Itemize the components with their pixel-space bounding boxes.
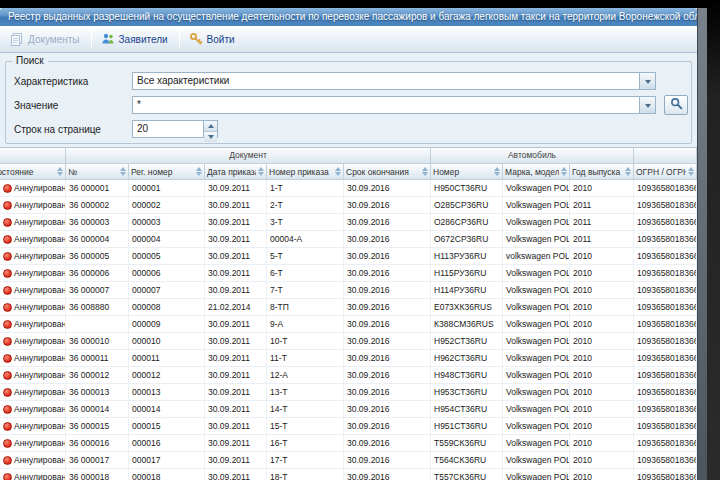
table-row[interactable]: Аннулировано36 00000500000530.09.20115-Т…	[0, 248, 697, 265]
table-cell: 13-Т	[267, 384, 344, 400]
column-header-label: Год выпуска	[572, 167, 623, 177]
rows-per-page-input[interactable]: 20	[132, 120, 218, 138]
table-cell: Volkswagen POLO	[503, 316, 570, 332]
table-cell: 000011	[129, 350, 205, 366]
table-row[interactable]: Аннулировано36 00001500001530.09.201115-…	[0, 418, 697, 435]
table-cell: К388СМ36RUS	[431, 316, 503, 332]
table-cell: 5-Т	[267, 248, 344, 264]
table-row[interactable]: Аннулировано36 00000400000430.09.2011000…	[0, 231, 697, 248]
sort-icon[interactable]	[421, 167, 428, 176]
column-header[interactable]: Состояние	[0, 164, 66, 180]
sort-icon[interactable]	[257, 167, 264, 176]
table-row[interactable]: Аннулировано36 00000100000130.09.20111-Т…	[0, 180, 697, 197]
rows-per-page-label: Строк на странице	[12, 124, 132, 135]
column-header-label: Марка, модель	[505, 167, 559, 177]
column-header[interactable]: Номер	[431, 164, 503, 180]
login-button-label: Войти	[207, 34, 235, 45]
status-cell: Аннулировано	[0, 367, 66, 383]
table-row[interactable]: Аннулировано36 00001000001030.09.201110-…	[0, 333, 697, 350]
table-cell: Т559СК36RU	[431, 435, 503, 451]
table-row[interactable]: Аннулировано36 00001800001830.09.201118-…	[0, 469, 697, 480]
status-cell: Аннулировано	[0, 350, 66, 366]
table-cell: 7-Т	[267, 282, 344, 298]
search-button[interactable]	[664, 95, 688, 115]
table-cell: 30.09.2016	[344, 350, 431, 366]
sort-icon[interactable]	[560, 167, 567, 176]
table-cell: О286СР36RU	[431, 214, 503, 230]
sort-icon[interactable]	[334, 167, 341, 176]
column-header[interactable]: Дата приказа	[205, 164, 267, 180]
table-row[interactable]: Аннулировано36 00888000000821.02.20148-Т…	[0, 299, 697, 316]
table-cell: 000001	[129, 180, 205, 196]
sort-icon[interactable]	[195, 167, 202, 176]
status-text: Аннулировано	[14, 353, 66, 363]
sort-icon[interactable]	[119, 167, 126, 176]
login-button[interactable]: Войти	[183, 28, 243, 50]
table-cell: Т557СК36RU	[431, 469, 503, 480]
table-cell: Volkswagen POLO	[503, 333, 570, 349]
table-cell: Volkswagen POLO	[503, 401, 570, 417]
table-cell: 30.09.2016	[344, 418, 431, 434]
table-row[interactable]: Аннулировано00000930.09.20119-А30.09.201…	[0, 316, 697, 333]
table-cell: 30.09.2016	[344, 282, 431, 298]
table-cell: 30.09.2011	[205, 180, 267, 196]
chevron-down-icon[interactable]	[639, 97, 655, 113]
table-row[interactable]: Аннулировано36 00001400001430.09.201114-…	[0, 401, 697, 418]
table-body: Аннулировано36 00000100000130.09.20111-Т…	[0, 180, 697, 480]
toolbar: Документы Заявители Войти	[0, 26, 697, 53]
table-row[interactable]: Аннулировано36 00000600000630.09.20116-Т…	[0, 265, 697, 282]
spinner-up-icon[interactable]	[204, 121, 217, 131]
table-row[interactable]: Аннулировано36 00001700001730.09.201117-…	[0, 452, 697, 469]
column-header[interactable]: Рег. номер	[129, 164, 205, 180]
table-row[interactable]: Аннулировано36 00000300000330.09.20113-Т…	[0, 214, 697, 231]
table-cell: 2011	[570, 214, 634, 230]
status-text: Аннулировано	[14, 234, 66, 244]
sort-icon[interactable]	[493, 167, 500, 176]
table-row[interactable]: Аннулировано36 00000200000230.09.20112-Т…	[0, 197, 697, 214]
search-panel: Поиск Характеристика Все характеристики …	[0, 53, 697, 147]
sort-icon[interactable]	[687, 167, 694, 176]
documents-button[interactable]: Документы	[4, 28, 88, 50]
column-header[interactable]: №	[66, 164, 129, 180]
annulled-status-icon	[3, 354, 12, 363]
table-cell: Н113РУ36RU	[431, 248, 503, 264]
characteristic-select[interactable]: Все характеристики	[132, 72, 656, 90]
table-row[interactable]: Аннулировано36 00001200001230.09.201112-…	[0, 367, 697, 384]
column-header[interactable]: Марка, модель	[503, 164, 570, 180]
status-text: Аннулировано	[14, 319, 66, 329]
column-header[interactable]: ОГРН / ОГРНИП	[634, 164, 697, 180]
annulled-status-icon	[3, 235, 12, 244]
table-row[interactable]: Аннулировано36 00001300001330.09.201113-…	[0, 384, 697, 401]
table-cell: Volkswagen POLO	[503, 282, 570, 298]
table-cell: 30.09.2016	[344, 180, 431, 196]
column-header[interactable]: Срок окончания	[344, 164, 431, 180]
app-window: Реестр выданных разрешений на осуществле…	[0, 8, 698, 480]
sort-icon[interactable]	[624, 167, 631, 176]
table-cell: 000008	[129, 299, 205, 315]
column-header[interactable]: Год выпуска	[570, 164, 634, 180]
table-cell: Volkswagen POLO	[503, 469, 570, 480]
table-cell: 30.09.2016	[344, 452, 431, 468]
table-cell: 36 000011	[66, 350, 129, 366]
table-cell: 30.09.2011	[205, 214, 267, 230]
table-row[interactable]: Аннулировано36 00001100001130.09.201111-…	[0, 350, 697, 367]
table-cell: 1093658018366	[634, 197, 697, 213]
table-cell: 14-Т	[267, 401, 344, 417]
table-cell: 30.09.2011	[205, 418, 267, 434]
table-cell: Volkswagen POLO	[503, 231, 570, 247]
value-select[interactable]: *	[132, 96, 656, 114]
table-cell: 1093658018366	[634, 452, 697, 468]
table-row[interactable]: Аннулировано36 00001600001630.09.201116-…	[0, 435, 697, 452]
table-cell: 30.09.2011	[205, 401, 267, 417]
column-header-label: Дата приказа	[207, 167, 256, 177]
applicants-button[interactable]: Заявители	[95, 28, 176, 50]
spinner-down-icon[interactable]	[204, 131, 217, 142]
status-text: Аннулировано	[14, 387, 66, 397]
table-row[interactable]: Аннулировано36 00000700000730.09.20117-Т…	[0, 282, 697, 299]
chevron-down-icon[interactable]	[639, 73, 655, 89]
table-cell: 1093658018366	[634, 180, 697, 196]
column-header[interactable]: Номер приказа	[267, 164, 344, 180]
table-cell: 17-Т	[267, 452, 344, 468]
sort-icon[interactable]	[56, 167, 63, 176]
table-cell: 30.09.2011	[205, 231, 267, 247]
